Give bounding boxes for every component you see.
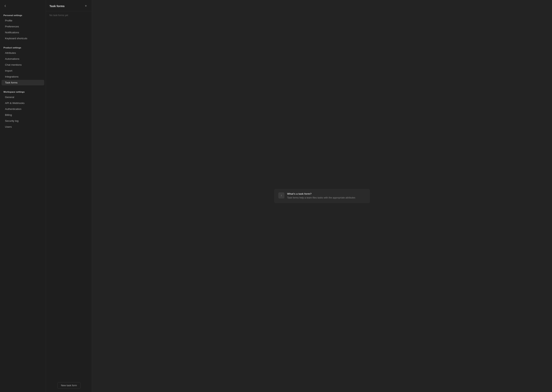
sidebar-item-profile[interactable]: Profile [1,18,44,23]
info-card-title: What's a task form? [287,192,355,195]
middle-panel: Task forms + No task forms yet New task … [46,0,92,392]
add-task-form-button[interactable]: + [83,3,88,8]
sidebar-item-task-forms[interactable]: Task forms [1,80,44,85]
empty-state-message: No task forms yet [46,11,92,19]
middle-panel-header: Task forms + [46,0,92,11]
sidebar-item-integrations[interactable]: Integrations [1,74,44,79]
sidebar-item-attributes[interactable]: Attributes [1,50,44,56]
workspace-settings-label: Workspace settings [0,89,46,94]
sidebar-item-chat-mentions[interactable]: Chat mentions [1,62,44,68]
panel-title: Task forms [50,4,65,8]
info-card-content: What's a task form? Task forms help a te… [287,192,355,200]
sidebar-item-billing[interactable]: Billing [1,112,44,118]
personal-settings-label: Personal settings [0,12,46,18]
sidebar-item-keyboard-shortcuts[interactable]: Keyboard shortcuts [1,35,44,41]
info-icon: i [278,192,284,198]
back-icon [3,4,7,8]
new-task-form-button[interactable]: New task form [57,382,80,389]
sidebar-item-authentication[interactable]: Authentication [1,106,44,112]
sidebar-item-automations[interactable]: Automations [1,56,44,62]
product-settings-label: Product settings [0,45,46,50]
sidebar-item-security-log[interactable]: Security log [1,118,44,124]
divider-2 [0,87,46,87]
back-button[interactable] [0,2,46,10]
sidebar-item-users[interactable]: Users [1,124,44,130]
info-card-description: Task forms help a team files tasks with … [287,196,355,200]
info-card: i What's a task form? Task forms help a … [274,189,370,203]
sidebar-item-preferences[interactable]: Preferences [1,24,44,29]
sidebar: Personal settings Profile Preferences No… [0,0,46,392]
sidebar-item-import[interactable]: Import [1,68,44,73]
sidebar-item-general[interactable]: General [1,94,44,100]
right-panel: i What's a task form? Task forms help a … [92,0,552,392]
sidebar-item-notifications[interactable]: Notifications [1,30,44,35]
main-content: Task forms + No task forms yet New task … [46,0,552,392]
sidebar-item-api-webhooks[interactable]: API & Webhooks [1,100,44,106]
